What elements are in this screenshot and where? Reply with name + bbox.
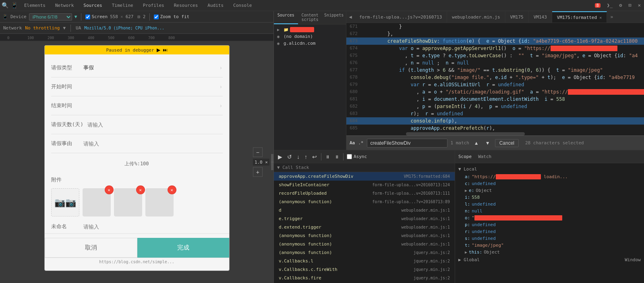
tree-item-no-domain[interactable]: ◉ (no domain) <box>274 33 346 40</box>
expand-alicdn: ◉ <box>277 41 282 46</box>
dbg-separator <box>321 153 321 160</box>
zoom-fit-checkbox[interactable] <box>154 15 159 19</box>
search-cancel-button[interactable]: Cancel <box>495 139 519 147</box>
network-throttle[interactable]: No throttling <box>25 25 60 31</box>
scope-tab-watch[interactable]: Watch <box>478 154 491 159</box>
name-input[interactable] <box>83 224 223 230</box>
tab-sources[interactable]: Sources <box>79 0 107 11</box>
code-line-680: 680 , a = o + "/static/image/loading.gif… <box>346 88 644 96</box>
tab-timeline[interactable]: Timeline <box>107 0 138 11</box>
sidebar-tab-content-scripts[interactable]: Content scripts <box>298 11 322 24</box>
delete-attachment-2-button[interactable]: ✕ <box>136 185 145 194</box>
settings-icon[interactable]: ⚙ <box>617 2 623 9</box>
call-stack-item-5[interactable]: e.trigger webuploader.min.js:1 <box>274 214 455 223</box>
code-line-684: 684 console.info(p), <box>346 117 644 125</box>
device-icon[interactable]: 📱 <box>11 2 18 8</box>
call-stack-item-7[interactable]: (anonymous function) webuploader.min.js:… <box>274 231 455 240</box>
call-stack-item-12[interactable]: v.Callbacks.fire jquery.min.js:2 <box>274 274 455 282</box>
leave-type-arrow[interactable]: › <box>219 65 222 71</box>
call-stack-item-10[interactable]: v.Callbacks.l jquery.min.js:2 <box>274 257 455 265</box>
code-content[interactable]: 671 } 672 }, 673 <box>346 23 644 135</box>
step-into-button[interactable]: ↓ <box>296 153 300 161</box>
code-editor: ◀ form-file-uploa...js?v=20160713 webupl… <box>346 11 644 150</box>
close-devtools-icon[interactable]: ✕ <box>636 2 642 9</box>
call-stack-fn-4: d <box>279 208 400 213</box>
file-tabs-more-button[interactable]: » <box>607 11 616 23</box>
end-time-arrow[interactable]: › <box>219 102 222 109</box>
step-over-debugger-button[interactable]: ↺ <box>286 153 293 161</box>
scope-item-this[interactable]: ▶ this: Object <box>455 249 644 256</box>
scope-global-header[interactable]: ▶ Global Window <box>455 256 644 264</box>
screen-checkbox[interactable] <box>85 15 90 19</box>
line-num-674: 674 <box>346 45 362 52</box>
tree-item-alicdn[interactable]: ◉ g.alicdn.com <box>274 40 346 47</box>
start-time-label: 开始时间 <box>51 83 83 90</box>
pause-on-exception-button[interactable]: ⏸ <box>334 154 340 160</box>
scope-item-r: r: undefined <box>455 228 644 235</box>
search-next-button[interactable]: ▼ <box>484 139 492 147</box>
call-stack-loc-7: webuploader.min.js:1 <box>402 233 450 238</box>
call-stack-item-4[interactable]: d webuploader.min.js:1 <box>274 206 455 214</box>
call-stack-header[interactable]: ▼ Call Stack <box>274 163 455 172</box>
zoom-minus-button[interactable]: − <box>253 148 263 157</box>
tab-resources[interactable]: Resources <box>169 0 203 11</box>
reason-input[interactable] <box>83 141 223 147</box>
device-model-select[interactable]: iPhone 6/7/8 <Select model> <box>29 13 72 21</box>
close-tab-4-button[interactable]: ✕ <box>599 15 602 20</box>
tab-elements[interactable]: Elements <box>19 0 50 11</box>
tab-audits[interactable]: Audits <box>203 0 228 11</box>
terminal-icon[interactable]: ❯_ <box>605 2 614 9</box>
maximize-icon[interactable]: ⊡ <box>627 2 633 9</box>
resume-button[interactable]: ▶ <box>157 47 160 53</box>
step-out-button[interactable]: ↑ <box>304 153 308 161</box>
scope-local-header[interactable]: ▼ Local <box>455 165 644 173</box>
scope-item-e[interactable]: ▶ e: Object <box>455 187 644 194</box>
call-stack-item-0[interactable]: approveApp.createFileShowDiv VM175:forma… <box>274 172 455 181</box>
horizontal-scrollbar[interactable] <box>346 132 644 135</box>
call-stack-item-9[interactable]: (anonymous function) jquery.min.js:2 <box>274 248 455 257</box>
start-time-arrow[interactable]: › <box>219 83 222 90</box>
delete-attachment-3-button[interactable]: ✕ <box>168 185 176 194</box>
sidebar-tab-sources[interactable]: Sources <box>274 11 298 24</box>
file-tab-vm175[interactable]: VM175 <box>505 11 529 23</box>
resume-debugger-button[interactable]: ▶ <box>277 153 283 161</box>
confirm-button[interactable]: 完成 <box>137 238 229 258</box>
scope-expand-this: ▶ <box>465 250 467 254</box>
file-tab-vm175-formatted[interactable]: VM175:formatted ✕ <box>552 11 607 23</box>
step-over-button[interactable]: ⏭ <box>163 47 168 53</box>
call-stack-loc-1: form-file-uploa...v=20160713:124 <box>372 183 450 187</box>
call-stack-item-2[interactable]: recordFileUploaded form-file-uploa...v=2… <box>274 189 455 198</box>
file-tab-form-upload[interactable]: form-file-uploa...js?v=20160713 <box>354 11 447 23</box>
throttle-dropdown-icon[interactable]: ▼ <box>63 25 66 31</box>
scrollbar-thumb[interactable] <box>406 132 525 135</box>
collapse-sidebar-button[interactable]: ◀ <box>346 11 354 23</box>
step-button[interactable]: ↩ <box>311 153 318 161</box>
zoom-plus-button[interactable]: + <box>253 167 263 177</box>
scope-tab-scope[interactable]: Scope <box>458 154 472 159</box>
call-stack-item-1[interactable]: showFileInContainer form-file-uploa...v=… <box>274 181 455 189</box>
days-input[interactable] <box>87 122 223 128</box>
search-prev-button[interactable]: ▲ <box>472 139 480 147</box>
async-checkbox[interactable] <box>347 154 352 159</box>
call-stack-item-8[interactable]: (anonymous function) webuploader.min.js:… <box>274 240 455 248</box>
sidebar-tab-snippets[interactable]: Snippets <box>322 11 346 24</box>
leave-type-value: 事假 <box>83 64 219 71</box>
tree-item-top[interactable]: ▶ 📁 xxxxxxxx <box>274 26 346 33</box>
file-tab-vm143[interactable]: VM143 <box>529 11 552 23</box>
camera-add-button[interactable]: 📷 <box>51 188 79 216</box>
call-stack-item-6[interactable]: d.extend.trigger webuploader.min.js:1 <box>274 223 455 231</box>
tab-network[interactable]: Network <box>50 0 79 11</box>
search-input[interactable] <box>367 139 447 148</box>
tab-profiles[interactable]: Profiles <box>138 0 169 11</box>
call-stack-item-3[interactable]: (anonymous function) form-file-uploa...?… <box>274 198 455 206</box>
delete-attachment-1-button[interactable]: ✕ <box>105 185 114 194</box>
deactivate-breakpoints-button[interactable]: ⏸ <box>325 154 331 160</box>
resize-handle[interactable]: ⋮ <box>271 154 273 170</box>
call-stack-item-11[interactable]: v.Callbacks.c.fireWith jquery.min.js:2 <box>274 265 455 274</box>
cancel-button[interactable]: 取消 <box>45 238 137 258</box>
tab-console[interactable]: Console <box>228 0 257 11</box>
async-checkbox-label[interactable]: Async <box>347 154 367 159</box>
line-content-673: createFileShowDiv: function(e) { e = Obj… <box>362 37 644 45</box>
search-icon[interactable]: 🔍 <box>2 2 8 8</box>
file-tab-webuploader[interactable]: webuploader.min.js <box>447 11 505 23</box>
